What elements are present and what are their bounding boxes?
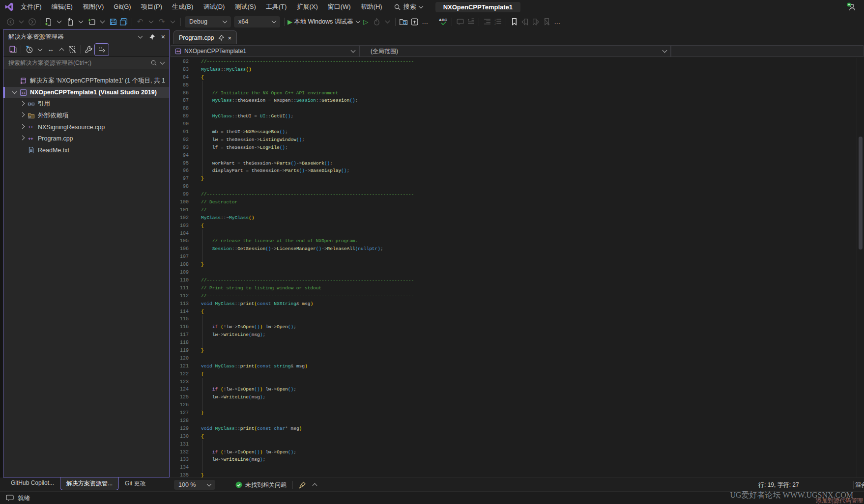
tree-item-nxopencpptemplate1-visual-stud[interactable]: +‌+NXOpenCPPTemplate1 (Visual Studio 201… [3, 87, 169, 99]
line-number[interactable]: 119 [178, 347, 189, 355]
menubar-item[interactable]: 文件(F) [16, 0, 47, 14]
switch-views-button[interactable] [8, 44, 18, 55]
tree-chevron-icon[interactable] [11, 91, 17, 93]
line-col-indicator[interactable]: 行: 19, 字符: 27 [758, 481, 799, 489]
add-to-source-control-button[interactable]: 添加到源代码管理 [816, 497, 863, 504]
live-share-button[interactable] [409, 16, 419, 27]
line-number[interactable]: 115 [178, 315, 189, 323]
nav-member-dropdown[interactable] [671, 45, 864, 57]
line-number[interactable]: 89 [178, 112, 189, 120]
line-number[interactable]: 85 [178, 82, 189, 89]
solution-platform-dropdown[interactable]: x64 [234, 16, 280, 28]
line-number[interactable]: 96 [178, 167, 189, 175]
line-number[interactable]: 83 [178, 66, 189, 74]
hot-reload-dropdown[interactable] [382, 16, 392, 27]
line-number[interactable]: 118 [178, 339, 189, 347]
menubar-item[interactable]: 测试(S) [230, 0, 260, 14]
line-number[interactable]: 102 [178, 214, 189, 222]
zoom-dropdown[interactable]: 100 % [174, 480, 215, 490]
cleanup-options-chevron-icon[interactable] [313, 483, 317, 488]
scrollbar-thumb[interactable] [859, 137, 863, 250]
properties-button[interactable] [84, 44, 93, 55]
line-number[interactable]: 131 [178, 441, 189, 448]
encoding-indicator[interactable]: 混合 [855, 481, 864, 489]
sync-with-active-document-button[interactable]: ↔ [46, 44, 56, 55]
add-item-button[interactable] [86, 16, 96, 27]
line-number[interactable]: 121 [178, 363, 189, 370]
code-cleanup-broom-icon[interactable] [299, 481, 306, 489]
line-number[interactable]: 108 [178, 261, 189, 269]
tool-window-tab-inactive[interactable]: GitHub Copilot... [5, 477, 60, 488]
line-number[interactable]: 125 [178, 393, 189, 401]
line-number[interactable]: 124 [178, 386, 189, 393]
issues-status[interactable]: 未找到相关问题 [245, 481, 287, 489]
code-viewport[interactable]: 82//------------------------------------… [170, 58, 857, 477]
nav-project-dropdown[interactable]: +‌+ NXOpenCPPTemplate1 [171, 45, 359, 57]
line-number[interactable]: 88 [178, 105, 189, 112]
undo-dropdown[interactable] [146, 16, 156, 27]
save-all-button[interactable] [119, 16, 129, 27]
pin-icon[interactable] [149, 34, 155, 40]
filter-dropdown[interactable] [35, 44, 45, 55]
tree-chevron-icon[interactable] [19, 103, 25, 105]
close-tab-icon[interactable]: × [228, 34, 232, 42]
line-number[interactable]: 111 [178, 284, 189, 292]
tool-window-tab-inactive[interactable]: Git 更改 [119, 477, 152, 490]
save-button[interactable] [108, 16, 118, 27]
toolbar-overflow-button[interactable]: … [420, 16, 430, 27]
indent-line-button[interactable] [466, 16, 476, 27]
clear-bookmarks-button[interactable] [542, 16, 551, 27]
line-number[interactable]: 134 [178, 464, 189, 472]
line-number[interactable]: 98 [178, 183, 189, 191]
close-panel-icon[interactable]: × [161, 33, 165, 41]
collapse-all-button[interactable] [57, 44, 66, 55]
tree-item--[interactable]: 引用 [3, 98, 169, 110]
menubar-item[interactable]: 项目(P) [136, 0, 167, 14]
pending-changes-filter-button[interactable] [24, 44, 34, 55]
bookmark-overflow-button[interactable]: … [552, 16, 562, 27]
nav-scope-dropdown[interactable]: (全局范围) [359, 45, 671, 57]
tree-item--nxopencpptemplate1-1-1[interactable]: 解决方案 'NXOpenCPPTemplate1' (1 个项目, 共 1 [3, 75, 169, 87]
new-file-button[interactable] [43, 16, 53, 27]
search-box[interactable]: 搜索 [394, 2, 423, 11]
start-debugging-button[interactable]: ▶ 本地 Windows 调试器 [288, 16, 360, 27]
open-file-dropdown[interactable] [76, 16, 86, 27]
line-number[interactable]: 95 [178, 160, 189, 168]
menubar-item[interactable]: 工具(T) [261, 0, 292, 14]
tree-item--[interactable]: 外部依赖项 [3, 110, 169, 122]
line-number[interactable]: 128 [178, 417, 189, 425]
menubar-item[interactable]: 帮助(H) [356, 0, 387, 14]
menubar-item[interactable]: 扩展(X) [291, 0, 322, 14]
line-number[interactable]: 103 [178, 222, 189, 230]
line-number[interactable]: 104 [178, 230, 189, 238]
line-number[interactable]: 97 [178, 175, 189, 183]
line-number[interactable]: 105 [178, 237, 189, 245]
line-number[interactable]: 90 [178, 120, 189, 128]
line-number[interactable]: 87 [178, 97, 189, 105]
tree-chevron-icon[interactable] [19, 138, 25, 140]
show-all-files-button[interactable] [94, 43, 109, 56]
navigate-forward-button[interactable] [27, 16, 37, 27]
line-number[interactable]: 117 [178, 331, 189, 339]
menubar-item[interactable]: 视图(V) [78, 0, 109, 14]
find-in-files-button[interactable] [399, 16, 408, 27]
redo-button[interactable]: ↷ [157, 16, 167, 27]
feedback-message-icon[interactable] [6, 495, 14, 502]
hot-reload-button[interactable] [372, 16, 381, 27]
line-number[interactable]: 106 [178, 245, 189, 253]
pin-icon[interactable] [218, 35, 224, 41]
line-number[interactable]: 86 [178, 89, 189, 97]
line-number[interactable]: 133 [178, 456, 189, 464]
line-number[interactable]: 82 [178, 58, 189, 66]
tree-chevron-icon[interactable] [19, 114, 25, 116]
format-list-button[interactable]: 12 [493, 16, 503, 27]
line-number[interactable]: 132 [178, 448, 189, 456]
line-number[interactable]: 129 [178, 425, 189, 433]
line-number[interactable]: 130 [178, 433, 189, 441]
search-options-chevron-icon[interactable] [160, 60, 165, 65]
tree-item-readme-txt[interactable]: ReadMe.txt [3, 144, 169, 156]
line-number[interactable]: 113 [178, 300, 189, 308]
menubar-item[interactable]: 窗口(W) [323, 0, 356, 14]
line-number[interactable]: 135 [178, 472, 189, 477]
previous-bookmark-button[interactable] [520, 16, 530, 27]
